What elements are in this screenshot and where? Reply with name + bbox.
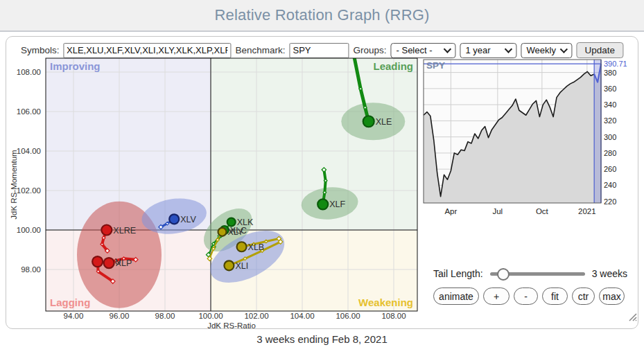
spy-last-price-label: 390.71 (604, 60, 627, 68)
spy-y-tick-label: 380 (604, 69, 616, 77)
quadrant-label-leading: Leading (373, 60, 413, 72)
y-tick-label: 100.00 (17, 226, 41, 234)
rrg-point-XLI[interactable] (224, 260, 234, 270)
rrg-point-label-XLY: XLY (228, 227, 244, 237)
update-button[interactable]: Update (577, 42, 624, 58)
y-tick-label: 104.00 (17, 147, 41, 155)
spy-title: SPY (426, 60, 445, 71)
chart-button-[interactable]: - (514, 287, 538, 305)
frequency-select[interactable]: Weekly (521, 43, 573, 58)
chart-caption: 3 weeks ending Feb 8, 2021 (0, 333, 644, 345)
x-tick-label: 106.00 (336, 312, 360, 320)
rrg-point-XLU[interactable] (92, 256, 103, 267)
spy-benchmark-chart: SPY390.71220240260280300320340360380AprJ… (422, 57, 639, 218)
page-title: Relative Rotation Graph (RRG) (214, 6, 429, 24)
x-tick-label: 108.00 (381, 312, 406, 320)
x-tick-label: 100.00 (198, 312, 223, 320)
tail-length-control: Tail Length: 3 weeks (433, 268, 627, 279)
spy-y-tick-label: 340 (604, 100, 616, 109)
x-tick-label: 104.00 (290, 312, 314, 320)
rrg-point-label-XLRE: XLRE (113, 226, 136, 236)
benchmark-label: Benchmark: (235, 45, 285, 55)
quadrant-label-lagging: Lagging (50, 297, 90, 308)
rrg-point-label-XLI: XLI (235, 261, 248, 271)
rrg-point-XLY[interactable] (218, 228, 227, 236)
rrg-panel: Symbols: Benchmark: Groups: - Select - 1… (6, 36, 638, 329)
x-axis-title: JdK RS-Ratio (207, 321, 256, 330)
rrg-point-XLE[interactable] (363, 116, 374, 127)
quadrant-label-weakening: Weakening (358, 297, 413, 308)
chart-button-[interactable]: + (483, 287, 510, 305)
tail-length-value: 3 weeks (592, 268, 627, 279)
groups-label: Groups: (353, 45, 386, 55)
y-tick-label: 102.00 (17, 186, 41, 195)
chart-button-fit[interactable]: fit (542, 287, 568, 305)
period-select-value: 1 year (466, 45, 491, 55)
rrg-point-XLP[interactable] (104, 258, 114, 268)
title-bar: Relative Rotation Graph (RRG) (0, 0, 644, 32)
chart-buttons: animate+-fitctrmax (433, 287, 625, 305)
rrg-point-label-XLB: XLB (248, 242, 265, 252)
chevron-down-icon (560, 45, 568, 53)
y-axis-title: JdK RS-Momentum (10, 150, 18, 219)
groups-select-value: - Select - (397, 45, 433, 55)
x-tick-label: 98.00 (155, 312, 175, 320)
rrg-point-label-XLP: XLP (116, 258, 132, 268)
chart-button-animate[interactable]: animate (433, 287, 479, 305)
period-select[interactable]: 1 year (460, 43, 517, 58)
spy-x-tick-label: 2021 (578, 207, 596, 215)
frequency-select-value: Weekly (527, 45, 556, 55)
x-tick-label: 96.00 (110, 312, 130, 320)
rrg-point-XLV[interactable] (169, 214, 179, 224)
tail-length-label: Tail Length: (433, 268, 483, 279)
tail-length-slider-thumb[interactable] (497, 268, 510, 281)
rrg-point-label-XLV: XLV (180, 215, 196, 224)
spy-y-tick-label: 260 (604, 165, 616, 173)
rrg-chart: XLEXLFXLKXLCXLYXLBXLIXLVXLREXLUXLPImprov… (6, 56, 428, 333)
spy-y-tick-label: 320 (604, 116, 616, 125)
quadrant-label-improving: Improving (50, 60, 101, 72)
resize-handle-icon[interactable] (625, 310, 638, 322)
chevron-down-icon (444, 45, 451, 53)
rrg-point-XLB[interactable] (237, 242, 247, 251)
spy-x-tick-label: Apr (444, 207, 457, 215)
spy-x-tick-label: Jul (492, 207, 503, 215)
rrg-point-XLRE[interactable] (101, 225, 112, 236)
chart-button-ctr[interactable]: ctr (572, 287, 595, 305)
y-tick-label: 106.00 (17, 107, 41, 116)
y-tick-label: 98.00 (21, 265, 41, 274)
spy-window-band (594, 60, 601, 203)
rrg-point-XLF[interactable] (317, 199, 328, 209)
x-tick-label: 94.00 (64, 312, 84, 320)
rrg-point-label-XLF: XLF (329, 200, 345, 209)
symbols-label: Symbols: (21, 45, 60, 55)
spy-x-tick-label: Oct (536, 207, 549, 215)
spy-y-tick-label: 240 (604, 181, 616, 189)
spy-y-tick-label: 220 (604, 197, 616, 206)
spy-y-tick-label: 300 (604, 133, 616, 141)
chevron-down-icon (505, 45, 512, 53)
chart-button-max[interactable]: max (599, 287, 625, 305)
tail-length-slider[interactable] (490, 272, 585, 276)
rrg-point-label-XLE: XLE (376, 117, 392, 127)
y-tick-label: 108.00 (17, 68, 41, 76)
spy-y-tick-label: 360 (604, 85, 616, 93)
spy-y-tick-label: 280 (604, 149, 616, 157)
x-tick-label: 102.00 (244, 312, 268, 320)
